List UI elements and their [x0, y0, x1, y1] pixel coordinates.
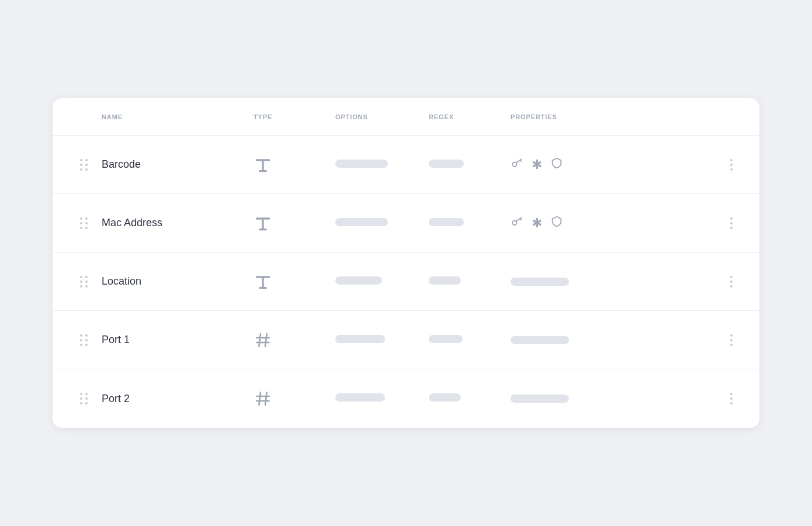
shield-icon-barcode[interactable] [550, 157, 563, 172]
props-cell-port-1 [511, 336, 717, 344]
key-icon-barcode[interactable] [511, 157, 523, 172]
drag-dot [80, 159, 82, 161]
drag-handle-port-2[interactable] [67, 393, 102, 404]
type-icon-number-port-1 [254, 331, 335, 349]
svg-line-21 [259, 392, 261, 404]
props-cell-mac-address: ✱ [511, 215, 717, 231]
required-icon-barcode[interactable]: ✱ [532, 157, 542, 172]
table-body: Barcode ✱ [53, 136, 759, 428]
drag-handle-barcode[interactable] [67, 159, 102, 171]
drag-dot [85, 402, 88, 404]
drag-dot [80, 285, 82, 288]
table-row: Port 2 [53, 369, 759, 428]
field-name-mac-address: Mac Address [102, 217, 254, 229]
regex-pill-location [429, 276, 511, 287]
props-pill-port-1 [511, 336, 569, 344]
drag-dot [80, 227, 82, 229]
drag-handle-location[interactable] [67, 276, 102, 288]
drag-dot [85, 227, 88, 229]
required-icon-mac-address[interactable]: ✱ [532, 216, 542, 231]
drag-handle-port-1[interactable] [67, 334, 102, 346]
regex-pill-mac-address [429, 218, 511, 229]
table-row: Location [53, 252, 759, 311]
drag-dot [85, 276, 88, 278]
table-row: Mac Address ✱ [53, 194, 759, 252]
field-name-location: Location [102, 275, 254, 288]
drag-dot [85, 339, 88, 341]
properties-col-header: PROPERTIES [511, 113, 717, 120]
props-pill-port-2 [511, 394, 569, 403]
drag-dot [80, 281, 82, 283]
drag-dot [80, 397, 82, 400]
field-name-port-1: Port 1 [102, 334, 254, 346]
options-pill-barcode [335, 160, 429, 170]
svg-line-11 [520, 219, 522, 220]
drag-dot [85, 281, 88, 283]
table-row: Barcode ✱ [53, 136, 759, 194]
drag-dot [85, 344, 88, 346]
drag-dot [85, 222, 88, 224]
drag-dot [85, 393, 88, 395]
props-cell-port-2 [511, 394, 717, 403]
drag-dot [80, 344, 82, 346]
drag-dot [80, 334, 82, 337]
svg-line-22 [265, 392, 267, 404]
regex-col-header: REGEX [429, 113, 511, 120]
more-menu-mac-address[interactable] [717, 217, 745, 229]
props-cell-location [511, 278, 717, 286]
drag-dot [80, 222, 82, 224]
type-icon-text-barcode [254, 155, 335, 174]
drag-handle-mac-address[interactable] [67, 217, 102, 229]
key-icon-mac-address[interactable] [511, 215, 523, 231]
regex-pill-port-1 [429, 335, 511, 345]
options-pill-port-1 [335, 335, 429, 345]
regex-pill-port-2 [429, 393, 511, 404]
drag-dot [80, 402, 82, 404]
type-icon-number-port-2 [254, 389, 335, 408]
options-col-header: OPTIONS [335, 113, 429, 120]
options-pill-location [335, 276, 429, 287]
shield-icon-mac-address[interactable] [550, 215, 563, 231]
name-col-header: NAME [102, 113, 254, 120]
drag-dot [85, 164, 88, 166]
drag-dot [85, 285, 88, 288]
drag-dot [80, 339, 82, 341]
drag-dot [85, 397, 88, 400]
more-menu-port-1[interactable] [717, 334, 745, 346]
table-row: Port 1 [53, 311, 759, 369]
svg-line-18 [265, 334, 267, 346]
drag-dot [80, 164, 82, 166]
table-header: NAME TYPE OPTIONS REGEX PROPERTIES [53, 98, 759, 136]
drag-dot [85, 334, 88, 337]
field-name-port-2: Port 2 [102, 393, 254, 405]
drag-dot [85, 168, 88, 171]
svg-line-5 [520, 160, 522, 161]
props-cell-barcode: ✱ [511, 157, 717, 172]
regex-pill-barcode [429, 160, 511, 170]
options-pill-mac-address [335, 218, 429, 229]
props-pill-location [511, 278, 569, 286]
type-icon-text-location [254, 272, 335, 291]
schema-table: NAME TYPE OPTIONS REGEX PROPERTIES Barco… [53, 98, 759, 428]
svg-line-17 [259, 334, 261, 346]
more-menu-barcode[interactable] [717, 159, 745, 171]
type-icon-text-mac-address [254, 214, 335, 233]
drag-dot [85, 217, 88, 220]
options-pill-port-2 [335, 393, 429, 404]
drag-dot [80, 276, 82, 278]
drag-dot [80, 393, 82, 395]
type-col-header: TYPE [254, 113, 335, 120]
drag-dot [80, 217, 82, 220]
field-name-barcode: Barcode [102, 158, 254, 171]
drag-dot [85, 159, 88, 161]
more-menu-port-2[interactable] [717, 393, 745, 404]
drag-dot [80, 168, 82, 171]
more-menu-location[interactable] [717, 276, 745, 288]
